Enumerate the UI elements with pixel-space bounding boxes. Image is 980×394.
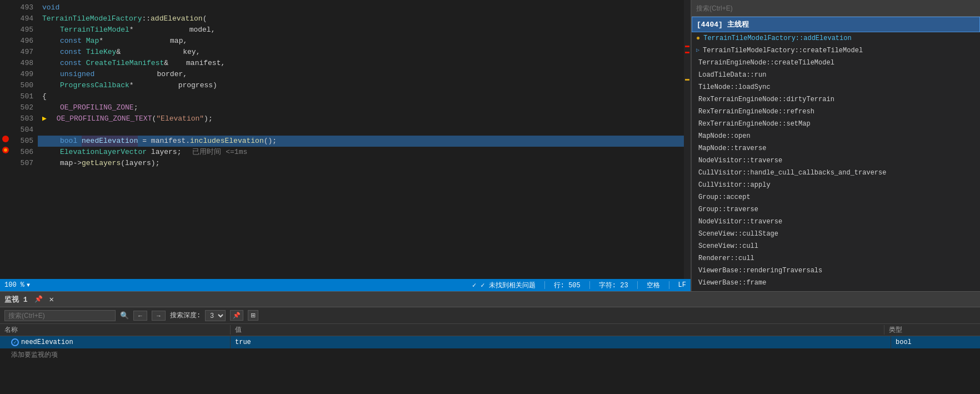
code-line-502: OE_PROFILING_ZONE; — [38, 102, 684, 113]
callstack-item-label-19: ViewerBase::renderingTraversals — [698, 265, 822, 277]
callstack-item-0[interactable]: ● TerrainTileModelFactory::addElevation — [692, 32, 980, 44]
watch-pin-icon: 📌 — [34, 295, 43, 303]
code-line-506: ElevationLayerVector layers;已用时间 <=1ms — [38, 147, 684, 158]
callstack-header: [4404] 主线程 — [692, 17, 980, 32]
callstack-item-label-1: TerrainTileModelFactory::createTileModel — [703, 44, 863, 57]
callstack-item-14[interactable]: Group::traverse — [692, 203, 980, 216]
callstack-item-20[interactable]: ViewerBase::frame — [692, 277, 980, 289]
watch-forward-button[interactable]: → — [152, 311, 166, 321]
breakpoint-505 — [2, 136, 9, 142]
status-divider4 — [669, 281, 669, 289]
callstack-item-label-15: NodeVisitor::traverse — [698, 216, 782, 228]
status-space: 空格 — [647, 281, 660, 290]
callstack-item-3[interactable]: LoadTileData::run — [692, 69, 980, 81]
scroll-yellow-mark — [685, 79, 689, 81]
status-ok-icon: ✓ — [472, 281, 476, 290]
watch-name-label-0: needElevation — [21, 338, 73, 346]
callstack-item-18[interactable]: Renderer::cull — [692, 252, 980, 265]
watch-search-input[interactable] — [4, 310, 116, 321]
watch-panel: 监视 1 📌 ✕ 🔍 ← → 搜索深度: 3 1 2 4 5 📌 ⊞ 名称 值 … — [0, 291, 980, 394]
callstack-item-5[interactable]: RexTerrainEngineNode::dirtyTerrain — [692, 93, 980, 106]
status-char-label: 字符: 23 — [599, 281, 628, 290]
callstack-search-input[interactable] — [696, 4, 976, 12]
zoom-icon: ▼ — [27, 282, 30, 288]
scroll-red-mark — [685, 46, 689, 47]
callstack-panel: [4404] 主线程 ● TerrainTileModelFactory::ad… — [691, 0, 980, 291]
callstack-item-11[interactable]: CullVisitor::handle_cull_callbacks_and_t… — [692, 167, 980, 179]
scroll-red-mark2 — [685, 52, 689, 53]
code-line-503: ▶OE_PROFILING_ZONE_TEXT("Elevation"); — [38, 113, 684, 124]
code-line-501: { — [38, 91, 684, 102]
code-line-496: const Map*map, — [38, 36, 684, 47]
watch-depth-select[interactable]: 3 1 2 4 5 — [205, 310, 226, 321]
callstack-item-label-3: LoadTileData::run — [698, 69, 766, 81]
callstack-item-label-4: TileNode::loadSync — [698, 81, 771, 93]
code-line-507: map->getLayers(layers); — [38, 158, 684, 169]
watch-toolbar: 🔍 ← → 搜索深度: 3 1 2 4 5 📌 ⊞ — [0, 307, 980, 324]
status-line-label: 行: 505 — [554, 281, 581, 290]
breakpoint-506 — [2, 147, 9, 153]
status-divider3 — [637, 281, 638, 289]
watch-header-value: 值 — [231, 325, 884, 335]
watch-table: ✓ needElevation true bool 添加要监视的项 — [0, 336, 980, 394]
status-lf-label: LF — [678, 281, 686, 289]
callstack-item-label-11: CullVisitor::handle_cull_callbacks_and_t… — [698, 167, 886, 179]
watch-close-button[interactable]: ✕ — [47, 295, 56, 304]
watch-type-label-0: bool — [896, 338, 912, 346]
watch-value-label-0: true — [235, 338, 251, 346]
watch-pin-button[interactable]: 📌 — [230, 310, 243, 321]
status-divider2 — [589, 281, 590, 289]
callstack-item-label-18: Renderer::cull — [698, 252, 754, 265]
code-line-497: const TileKey&key, — [38, 47, 684, 58]
status-space-label: 空格 — [647, 281, 660, 290]
callstack-item-12[interactable]: CullVisitor::apply — [692, 179, 980, 191]
callstack-item-1[interactable]: ▷ TerrainTileModelFactory::createTileMod… — [692, 44, 980, 57]
code-line-498: const CreateTileManifest&manifest, — [38, 58, 684, 69]
watch-title: 监视 1 — [4, 295, 28, 305]
callstack-item-label-8: MapNode::open — [698, 130, 751, 142]
status-zoom[interactable]: 100 % ▼ — [4, 281, 30, 289]
status-bar: 100 % ▼ ✓ ✓ 未找到相关问题 行: 505 字符: 23 空格 LF — [0, 279, 691, 291]
watch-grid-button[interactable]: ⊞ — [248, 310, 258, 321]
callstack-thread-label: [4404] 主线程 — [697, 19, 749, 29]
watch-header-name: 名称 — [0, 325, 231, 335]
watch-header-type: 类型 — [884, 325, 973, 335]
code-lines: void TerrainTileModelFactory::addElevati… — [38, 0, 684, 279]
callstack-item-label-10: NodeVisitor::traverse — [698, 154, 782, 167]
watch-cell-value-0: true — [231, 336, 891, 348]
code-content: 493 494 495 496 497 498 499 500 501 502 … — [0, 0, 691, 279]
callstack-item-label-9: MapNode::traverse — [698, 142, 766, 154]
code-line-495: TerrainTileModel*model, — [38, 24, 684, 36]
code-panel: 493 494 495 496 497 498 499 500 501 502 … — [0, 0, 691, 291]
watch-add-row[interactable]: 添加要监视的项 — [0, 348, 980, 361]
scroll-indicator[interactable] — [684, 0, 691, 279]
callstack-item-label-12: CullVisitor::apply — [698, 179, 771, 191]
callstack-item-13[interactable]: Group::accept — [692, 191, 980, 203]
watch-cell-type-0: bool — [891, 336, 980, 348]
sub-arrow-icon: ▷ — [696, 44, 699, 57]
callstack-item-label-17: SceneView::cull — [698, 240, 758, 252]
code-line-500: ProgressCallback*progress) — [38, 80, 684, 91]
callstack-item-4[interactable]: TileNode::loadSync — [692, 81, 980, 93]
callstack-item-16[interactable]: SceneView::cullStage — [692, 228, 980, 240]
watch-table-header: 名称 值 类型 — [0, 324, 980, 336]
gutter — [0, 0, 11, 279]
callstack-item-15[interactable]: NodeVisitor::traverse — [692, 216, 980, 228]
callstack-item-10[interactable]: NodeVisitor::traverse — [692, 154, 980, 167]
status-lf: LF — [678, 281, 686, 289]
callstack-list[interactable]: ● TerrainTileModelFactory::addElevation … — [692, 32, 980, 291]
callstack-item-label-5: RexTerrainEngineNode::dirtyTerrain — [698, 93, 834, 106]
callstack-item-7[interactable]: RexTerrainEngineNode::setMap — [692, 118, 980, 130]
callstack-item-2[interactable]: TerrainEngineNode::createTileModel — [692, 57, 980, 69]
callstack-item-label-7: RexTerrainEngineNode::setMap — [698, 118, 811, 130]
callstack-item-17[interactable]: SceneView::cull — [692, 240, 980, 252]
callstack-item-19[interactable]: ViewerBase::renderingTraversals — [692, 265, 980, 277]
callstack-item-9[interactable]: MapNode::traverse — [692, 142, 980, 154]
watch-back-button[interactable]: ← — [133, 311, 147, 321]
callstack-item-6[interactable]: RexTerrainEngineNode::refresh — [692, 106, 980, 118]
watch-depth-label: 搜索深度: — [170, 311, 201, 320]
watch-title-bar: 监视 1 📌 ✕ — [0, 292, 980, 307]
watch-row-0[interactable]: ✓ needElevation true bool — [0, 336, 980, 348]
callstack-item-8[interactable]: MapNode::open — [692, 130, 980, 142]
code-line-505: bool needElevation = manifest.includesEl… — [38, 136, 684, 147]
